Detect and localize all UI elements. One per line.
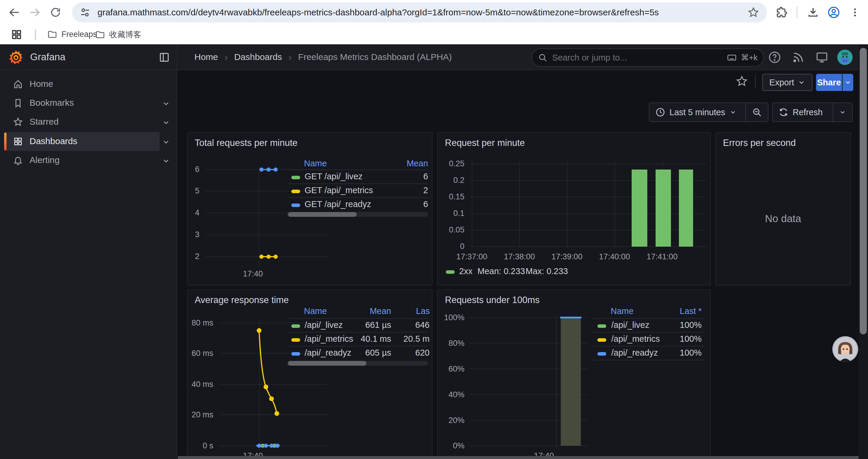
legend-header-name[interactable]: Name	[304, 306, 327, 316]
floating-avatar[interactable]	[832, 336, 858, 362]
user-avatar[interactable]	[837, 50, 852, 65]
export-button[interactable]: Export	[762, 74, 812, 91]
chevron-down-icon[interactable]	[162, 119, 170, 127]
panel-requests-under-100ms[interactable]: Requests under 100ms 100% 80% 60% 40% 20…	[437, 290, 711, 459]
sidebar-item-dashboards[interactable]: Dashboards	[0, 132, 177, 151]
sidebar-item-alerting[interactable]: Alerting	[0, 151, 177, 170]
legend-name[interactable]: /api/_livez	[611, 320, 649, 330]
browser-menu-button[interactable]	[847, 4, 863, 21]
y-tick: 0.05	[438, 225, 464, 234]
reload-button[interactable]	[47, 4, 64, 21]
sidebar-item-label: Starred	[30, 117, 59, 127]
profile-icon	[827, 6, 840, 19]
legend-header-name[interactable]: Name	[304, 159, 327, 168]
bookmark-folder-blogs[interactable]: 收藏博客	[95, 29, 141, 40]
subheader-divider	[755, 75, 756, 88]
forward-arrow-icon	[29, 6, 41, 19]
legend-header-mean[interactable]: Mean	[335, 306, 391, 316]
active-item-accent	[4, 133, 6, 150]
forward-button[interactable]	[27, 4, 43, 21]
url-bar[interactable]	[72, 2, 767, 23]
y-tick: 4	[188, 208, 199, 218]
sidebar-item-bookmarks[interactable]: Bookmarks	[0, 94, 177, 112]
series-color-pill[interactable]	[291, 324, 300, 328]
legend-scrollbar-track[interactable]	[287, 361, 428, 366]
line-100pct[interactable]	[560, 317, 582, 319]
chevron-down-icon[interactable]	[162, 100, 170, 108]
legend-scrollbar-thumb[interactable]	[288, 361, 366, 366]
share-button[interactable]: Share	[816, 74, 842, 91]
bar-2xx[interactable]	[679, 169, 693, 247]
y-tick: 0	[438, 242, 464, 251]
series-color-pill[interactable]	[291, 352, 300, 356]
legend-name[interactable]: 2xx	[459, 266, 472, 276]
panel-request-per-minute[interactable]: Request per minute 0.25 0.2 0.15 0.1 0.0…	[437, 132, 711, 286]
legend-name[interactable]: GET /api/_livez	[305, 172, 363, 182]
panel-total-requests[interactable]: Total requests per minute 6 5 4 3 2 17:4…	[187, 132, 433, 286]
legend-name[interactable]: GET /api/_readyz	[305, 199, 371, 209]
panel-title: Requests under 100ms	[445, 295, 540, 305]
refresh-label: Refresh	[793, 107, 823, 117]
chevron-down-icon[interactable]	[162, 157, 170, 165]
vertical-scrollbar-thumb[interactable]	[860, 48, 867, 334]
search-icon	[538, 53, 548, 62]
panel-average-response-time[interactable]: Average response time 80 ms 60 ms 40 ms …	[187, 290, 433, 459]
chevron-down-icon[interactable]	[162, 138, 170, 146]
back-button[interactable]	[6, 4, 23, 21]
extensions-button[interactable]	[773, 4, 790, 21]
breadcrumb-home[interactable]: Home	[194, 52, 218, 62]
refresh-button[interactable]: Refresh	[773, 103, 833, 121]
y-tick: 0%	[438, 441, 464, 451]
area-fill[interactable]	[561, 318, 581, 446]
refresh-interval-button[interactable]	[833, 103, 852, 121]
legend-separator	[287, 318, 428, 319]
search-input[interactable]	[552, 53, 723, 63]
downloads-button[interactable]	[805, 4, 821, 21]
legend-header-last[interactable]: Last *	[645, 306, 702, 316]
legend-name[interactable]: GET /api/_metrics	[305, 186, 373, 195]
share-menu-button[interactable]	[843, 74, 853, 91]
x-tick: 17:39:00	[542, 252, 592, 261]
gridline	[567, 162, 567, 247]
apps-grid-button[interactable]	[11, 29, 23, 40]
home-icon	[13, 79, 23, 89]
news-button[interactable]	[792, 51, 805, 64]
url-input[interactable]	[97, 7, 747, 18]
panel-errors-per-second[interactable]: Errors per second No data	[715, 132, 851, 286]
gridline	[615, 162, 615, 247]
legend-scrollbar-thumb[interactable]	[288, 212, 356, 217]
series-color-pill[interactable]	[291, 176, 300, 179]
help-button[interactable]	[768, 51, 781, 64]
y-tick: 0.25	[438, 159, 464, 168]
profile-button[interactable]	[826, 4, 842, 21]
series-color-pill[interactable]	[597, 324, 606, 328]
sidebar-item-home[interactable]: Home	[0, 75, 177, 94]
legend-header-name[interactable]: Name	[611, 306, 633, 316]
legend-header-last[interactable]: Las	[416, 306, 430, 316]
search-bar[interactable]: ⌘+k	[531, 48, 764, 67]
series-color-pill[interactable]	[291, 338, 300, 342]
series-color-pill[interactable]	[597, 352, 606, 356]
zoom-out-button[interactable]	[746, 103, 768, 121]
bookmark-folder-label: Freeleaps	[61, 30, 97, 39]
bar-2xx[interactable]	[656, 169, 671, 247]
legend-scrollbar-track[interactable]	[287, 212, 428, 217]
series-color-pill[interactable]	[291, 203, 300, 207]
bookmark-star-icon[interactable]	[747, 6, 759, 18]
vertical-scrollbar-track[interactable]	[859, 44, 868, 459]
series-color-pill[interactable]	[446, 270, 455, 274]
bar-2xx[interactable]	[632, 169, 647, 247]
collapse-sidebar-button[interactable]	[158, 52, 170, 63]
bookmark-folder-freeleaps[interactable]: Freeleaps	[47, 29, 97, 39]
breadcrumb-dashboards[interactable]: Dashboards	[234, 52, 282, 62]
monitor-button[interactable]	[815, 51, 829, 64]
site-settings-icon[interactable]	[80, 7, 90, 18]
series-color-pill[interactable]	[597, 338, 606, 342]
favorite-dashboard-button[interactable]	[736, 75, 748, 88]
bookmark-folder-label: 收藏博客	[109, 29, 141, 40]
sidebar-item-starred[interactable]: Starred	[0, 112, 177, 131]
time-range-picker[interactable]: Last 5 minutes	[649, 103, 745, 121]
series-color-pill[interactable]	[291, 190, 300, 193]
horizontal-scrollbar[interactable]	[178, 456, 859, 459]
legend-header-mean[interactable]: Mean	[365, 159, 428, 168]
